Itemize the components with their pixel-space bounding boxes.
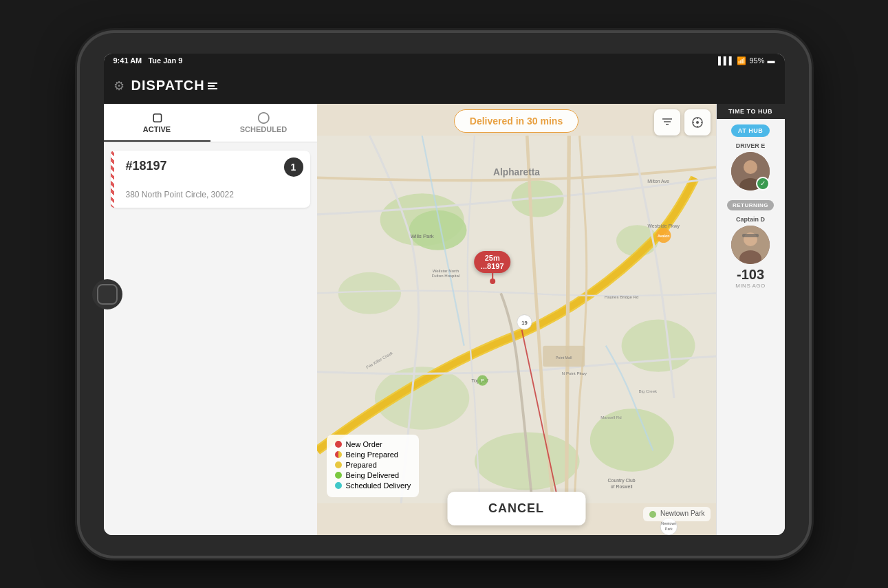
order-stripe	[111, 151, 114, 208]
svg-point-4	[338, 272, 401, 314]
svg-text:Milton Ave: Milton Ave	[647, 179, 669, 184]
driver-e-name: DRIVER E	[736, 142, 766, 149]
captain-d-avatar	[731, 226, 770, 264]
home-button[interactable]	[92, 279, 122, 309]
time-to-hub-header: TIME TO HUB	[717, 104, 785, 119]
driver-e-section: DRIVER E ✓	[717, 140, 785, 196]
svg-text:N Point Pkwy: N Point Pkwy	[561, 370, 587, 375]
order-card[interactable]: #18197 1 380 North Point Circle, 30022	[111, 151, 310, 208]
svg-text:Avalon: Avalon	[657, 234, 669, 238]
svg-text:Fulton Hospital: Fulton Hospital	[431, 273, 459, 278]
gear-icon[interactable]: ⚙	[113, 78, 124, 94]
order-list: #18197 1 380 North Point Circle, 30022	[104, 142, 317, 535]
captain-d-mins: -103	[737, 267, 764, 283]
status-right: ▌▌▌ 📶 95% ▬	[718, 56, 775, 65]
svg-text:Alpharetta: Alpharetta	[493, 166, 540, 177]
app-header: ⚙ DISPATCH	[104, 68, 785, 104]
cancel-button[interactable]: CANCEL	[447, 492, 585, 525]
right-panel: TIME TO HUB AT HUB DRIVER E	[716, 104, 785, 535]
svg-text:Point Mall: Point Mall	[555, 355, 571, 359]
svg-text:Big Creek: Big Creek	[638, 389, 658, 393]
status-bar: 9:41 AM Tue Jan 9 ▌▌▌ 📶 95% ▬	[104, 54, 785, 68]
signal-icon: ▌▌▌	[718, 56, 734, 65]
svg-rect-52	[742, 234, 759, 237]
scheduled-tab-label: SCHEDULED	[240, 125, 287, 133]
captain-d-section: Captain D -103 MI	[717, 213, 785, 292]
home-button-inner	[97, 284, 118, 305]
svg-text:19: 19	[521, 320, 527, 326]
svg-text:Park: Park	[664, 527, 672, 531]
svg-text:of Roswell: of Roswell	[610, 484, 632, 489]
battery-icon: ▬	[768, 56, 775, 65]
driver-e-check: ✓	[756, 177, 770, 190]
active-tab-label: ACTIVE	[143, 125, 171, 133]
filter-button[interactable]	[654, 109, 680, 135]
svg-text:P: P	[480, 378, 484, 384]
svg-point-5	[621, 319, 695, 371]
status-time: 9:41 AM Tue Jan 9	[113, 56, 183, 65]
svg-point-40	[696, 121, 699, 124]
app-title: DISPATCH	[131, 78, 205, 94]
dispatch-lines-icon	[208, 83, 217, 89]
device-screen: 9:41 AM Tue Jan 9 ▌▌▌ 📶 95% ▬ ⚙ DISPATCH	[104, 54, 785, 535]
order-badge: 1	[284, 157, 303, 177]
tabs: ▢ ACTIVE ◯ SCHEDULED	[104, 104, 317, 142]
tab-active[interactable]: ▢ ACTIVE	[104, 104, 210, 142]
svg-text:Country Club: Country Club	[607, 478, 635, 483]
order-id: #18197	[126, 159, 301, 173]
device-frame: 9:41 AM Tue Jan 9 ▌▌▌ 📶 95% ▬ ⚙ DISPATCH	[80, 33, 809, 556]
svg-point-47	[744, 160, 757, 174]
location-icon	[691, 116, 704, 129]
location-button[interactable]	[684, 109, 711, 135]
map-background: Alpharetta Wills Park Topgolf Wellstar N…	[317, 104, 716, 535]
svg-text:Newtown: Newtown	[661, 521, 676, 525]
sidebar: ▢ ACTIVE ◯ SCHEDULED #18197 1 380 North …	[104, 104, 317, 535]
svg-text:Wellstar North: Wellstar North	[432, 268, 459, 272]
map-container: Alpharetta Wills Park Topgolf Wellstar N…	[317, 104, 716, 535]
delivery-time-button[interactable]: Delivered in 30 mins	[454, 109, 578, 133]
svg-text:Haynes Bridge Rd: Haynes Bridge Rd	[604, 294, 638, 298]
active-tab-icon: ▢	[152, 111, 162, 124]
scheduled-tab-icon: ◯	[257, 111, 270, 124]
captain-d-name: Captain D	[736, 216, 765, 223]
filter-icon	[661, 116, 673, 129]
svg-text:Wills Park: Wills Park	[410, 233, 433, 239]
captain-d-avatar-image	[731, 226, 770, 264]
driver-e-avatar-wrap: ✓	[731, 152, 770, 190]
svg-text:Mansell Rd: Mansell Rd	[600, 415, 621, 420]
returning-badge: RETURNING	[727, 200, 774, 210]
battery-level: 95%	[749, 56, 764, 65]
captain-d-avatar-wrap	[731, 226, 770, 264]
captain-d-mins-label: MINS AGO	[735, 283, 766, 289]
wifi-icon: 📶	[737, 56, 746, 65]
at-hub-badge: AT HUB	[731, 124, 770, 137]
tab-scheduled[interactable]: ◯ SCHEDULED	[210, 104, 317, 142]
order-address: 380 North Point Circle, 30022	[126, 190, 301, 199]
main-area: ▢ ACTIVE ◯ SCHEDULED #18197 1 380 North …	[104, 104, 785, 535]
